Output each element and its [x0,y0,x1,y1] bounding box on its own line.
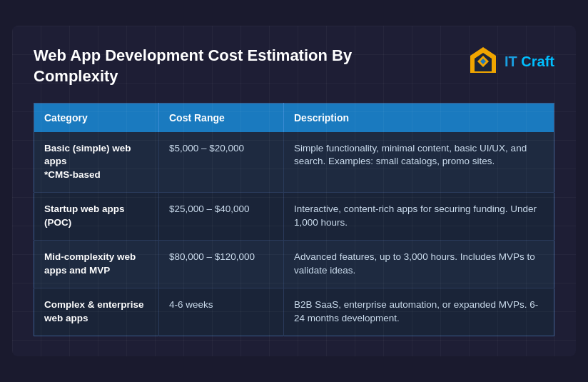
row2-category: Startup web apps (POC) [34,193,159,241]
table-row: Startup web apps (POC) $25,000 – $40,000… [34,193,554,241]
table-header: Category Cost Range Description [34,103,554,132]
row4-category: Complex & enterprise web apps [34,288,159,336]
table-row: Mid-complexity web apps and MVP $80,000 … [34,241,554,288]
row3-cost: $80,000 – $120,000 [159,241,284,288]
logo-craft: Craft [517,54,554,69]
table-row: Complex & enterprise web apps 4-6 weeks … [34,288,554,336]
col-category: Category [34,103,159,132]
row1-description: Simple functionality, minimal content, b… [284,132,554,193]
row4-cost: 4-6 weeks [159,288,284,336]
col-cost-range: Cost Range [159,103,284,132]
col-description: Description [284,103,554,132]
table-body: Basic (simple) web apps*CMS-based $5,000… [34,132,554,336]
row3-category: Mid-complexity web apps and MVP [34,241,159,288]
main-card: Web App Development Cost Estimation By C… [12,26,576,356]
logo-it: IT [505,54,517,69]
row2-description: Interactive, content-rich apps for secur… [284,193,554,241]
logo-area: IT Craft [467,46,554,77]
row1-category: Basic (simple) web apps*CMS-based [34,132,159,193]
logo-icon [467,46,499,77]
row2-cost: $25,000 – $40,000 [159,193,284,241]
logo-text: IT Craft [505,54,554,70]
cost-table: Category Cost Range Description Basic (s… [34,103,554,336]
header-row: Web App Development Cost Estimation By C… [34,46,554,86]
row3-description: Advanced features, up to 3,000 hours. In… [284,241,554,288]
row4-description: B2B SaaS, enterprise automation, or expa… [284,288,554,336]
header-row-tr: Category Cost Range Description [34,103,554,132]
page-title: Web App Development Cost Estimation By C… [34,46,433,86]
row1-cost: $5,000 – $20,000 [159,132,284,193]
table-row: Basic (simple) web apps*CMS-based $5,000… [34,132,554,193]
